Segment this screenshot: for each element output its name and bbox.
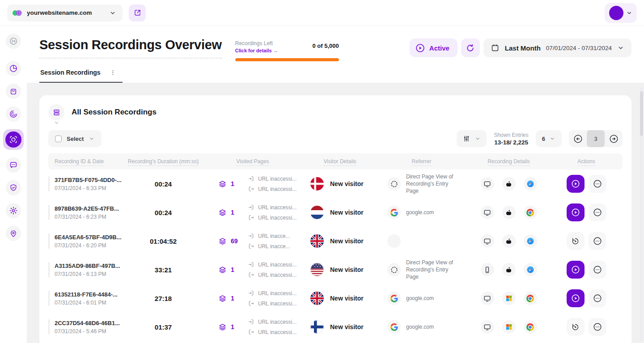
- sidebar-item-privacy[interactable]: [6, 180, 21, 195]
- recording-details-cell: [467, 263, 550, 276]
- website-selector[interactable]: yourwebsitename.com: [7, 4, 123, 21]
- recordings-quota: Recordings Left Click for details → 0 of…: [235, 38, 339, 61]
- table-row: 6E4A5EA6-57BF-4D9B... 07/31/2024 - 6:20 …: [48, 227, 623, 255]
- layers-icon: [218, 208, 227, 217]
- google-icon: [387, 320, 401, 334]
- sidebar-item-collapse[interactable]: [6, 34, 21, 49]
- shown-entries-value: 13-18/ 2,225: [494, 139, 528, 146]
- per-page-dropdown[interactable]: 6: [536, 130, 562, 147]
- play-recording-button[interactable]: [567, 289, 585, 307]
- row-more-button[interactable]: [589, 289, 606, 307]
- play-recording-button[interactable]: [567, 261, 585, 279]
- entry-url[interactable]: URL inaccessi...: [248, 318, 297, 325]
- visited-pages-cell: 1 URL inaccessi... URL inaccessi...: [201, 204, 304, 221]
- next-page-button[interactable]: [605, 130, 623, 147]
- exit-url[interactable]: URL inaccessi...: [248, 271, 297, 278]
- replay-icon: [571, 322, 580, 332]
- vertical-scrollbar[interactable]: [640, 88, 643, 341]
- replay-recording-button[interactable]: [567, 232, 585, 250]
- entry-url[interactable]: URL inaccessi...: [248, 261, 297, 268]
- chevron-down-icon: [617, 44, 624, 51]
- play-recording-button[interactable]: [567, 175, 585, 193]
- entry-url[interactable]: URL inaccessi...: [248, 175, 297, 182]
- recording-details-cell: [467, 234, 550, 248]
- column-header[interactable]: Referrer: [376, 158, 467, 165]
- tab-options-kebab-icon[interactable]: [110, 69, 116, 76]
- recording-id-cell: A3135AD9-86BF-497B... 07/31/2024 - 6:13 …: [48, 263, 125, 277]
- exit-url[interactable]: URL inaccessi...: [248, 300, 297, 307]
- recordings-progress-bar: [235, 58, 339, 61]
- sidebar-item-ecommerce[interactable]: [6, 84, 21, 99]
- replay-recording-button[interactable]: [567, 318, 585, 336]
- sidebar-item-feedback[interactable]: [6, 157, 21, 173]
- actions-cell: [550, 261, 623, 279]
- column-header[interactable]: Actions: [550, 158, 623, 165]
- row-more-button[interactable]: [589, 175, 606, 193]
- sidebar-item-session-recordings[interactable]: [5, 131, 21, 148]
- row-more-button[interactable]: [589, 232, 606, 250]
- referrer-text: google.com: [406, 295, 434, 302]
- recording-date: 07/31/2024 - 6:13 PM: [55, 271, 125, 277]
- refresh-button[interactable]: [461, 38, 480, 57]
- topbar: yourwebsitename.com: [0, 0, 644, 26]
- ellipsis-icon: [593, 236, 602, 246]
- sidebar-item-location[interactable]: [6, 226, 21, 241]
- apple-icon: [502, 234, 516, 248]
- row-more-button[interactable]: [589, 318, 606, 336]
- row-handle: [48, 176, 50, 191]
- recording-id-cell: 8978B639-A2E5-47FB... 07/31/2024 - 6:23 …: [48, 205, 125, 220]
- page-title: Session Recordings Overview: [39, 38, 222, 59]
- workspace: All Session Recordings Select: [27, 83, 644, 343]
- account-menu[interactable]: [605, 3, 637, 23]
- quota-details-link[interactable]: Click for details →: [235, 48, 278, 53]
- recording-duration: 00:24: [125, 180, 201, 188]
- recording-date: 07/31/2024 - 6:01 PM: [55, 300, 125, 306]
- ellipsis-icon: [593, 322, 602, 332]
- card-collapse-control[interactable]: [48, 104, 64, 126]
- visited-pages-count: 1: [231, 180, 234, 187]
- recording-date: 07/31/2024 - 5:46 PM: [55, 328, 125, 335]
- scrollbar-thumb[interactable]: [640, 91, 643, 136]
- select-dropdown[interactable]: Select: [48, 130, 102, 147]
- exit-url[interactable]: URL inaccessi...: [248, 329, 297, 335]
- pagination: 3: [569, 130, 623, 147]
- column-header[interactable]: Recording's Duration (mm:ss): [125, 158, 201, 165]
- entry-url[interactable]: URL inaccessi...: [248, 204, 297, 211]
- sidebar-item-analytics[interactable]: [6, 61, 21, 76]
- exit-url[interactable]: URL inacce...: [248, 243, 290, 250]
- filter-dropdown[interactable]: [457, 130, 487, 147]
- layers-icon: [218, 266, 227, 274]
- exit-url[interactable]: URL inaccessi...: [248, 214, 297, 221]
- referrer-cell: Direct Page View of Recording's Entry Pa…: [376, 173, 467, 195]
- table-row: 8978B639-A2E5-47FB... 07/31/2024 - 6:23 …: [48, 198, 623, 227]
- referrer-cell: google.com: [376, 292, 467, 305]
- website-name: yourwebsitename.com: [27, 9, 105, 16]
- previous-page-button[interactable]: [569, 130, 587, 147]
- tab-label: Session Recordings: [40, 69, 101, 76]
- tab-session-recordings[interactable]: Session Recordings: [39, 69, 123, 83]
- shield-icon: [9, 183, 18, 192]
- row-handle: [48, 233, 50, 249]
- column-header[interactable]: Recording Details: [467, 158, 550, 165]
- gear-icon: [9, 206, 18, 215]
- visited-pages-cell: 1 URL inaccessi... URL inaccessi...: [201, 261, 304, 278]
- entry-url[interactable]: URL inacce...: [248, 233, 290, 239]
- exit-url[interactable]: URL inaccessi...: [248, 186, 297, 192]
- sidebar-item-behaviour[interactable]: [6, 106, 21, 122]
- play-recording-button[interactable]: [567, 203, 585, 221]
- select-all-checkbox[interactable]: [55, 136, 62, 142]
- row-handle: [48, 262, 50, 277]
- column-header[interactable]: Visitor Details: [304, 158, 376, 165]
- row-more-button[interactable]: [589, 203, 606, 221]
- entry-url[interactable]: URL inaccessi...: [248, 290, 297, 296]
- column-header[interactable]: Recording ID & Date: [48, 158, 125, 165]
- open-website-button[interactable]: [129, 4, 146, 21]
- status-active-button[interactable]: Active: [410, 38, 458, 57]
- date-range-selector[interactable]: Last Month 07/01/2024 - 07/31/2024: [483, 38, 631, 57]
- chrome-icon: [524, 206, 537, 219]
- column-header[interactable]: Visited Pages: [201, 158, 304, 165]
- row-more-button[interactable]: [589, 261, 606, 279]
- play-icon: [571, 207, 580, 217]
- record-icon: [9, 135, 18, 144]
- sidebar-item-settings[interactable]: [6, 203, 21, 218]
